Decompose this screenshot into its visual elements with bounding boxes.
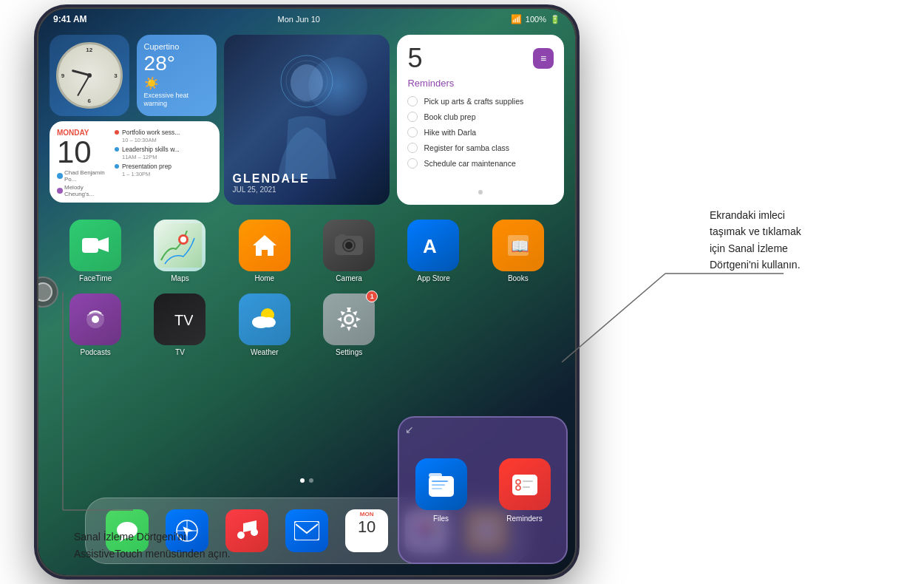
app-appstore-wrapper[interactable]: A App Store (407, 220, 459, 282)
bottom-annotation-text: Sanal İzleme Dörtgeni'niAssistiveTouch m… (74, 531, 231, 559)
reminders-widget[interactable]: 5 ≡ Reminders Pick up arts & crafts supp… (397, 35, 564, 205)
files-trackpad-icon[interactable] (415, 458, 467, 510)
right-annotation: Ekrandaki imlecitaşımak ve tıklamakiçin … (710, 207, 902, 274)
svg-point-25 (346, 316, 352, 322)
reminder-circle-1 (407, 96, 418, 106)
weather-widget[interactable]: Cupertino 28° ☀️ Excessive heat warning (137, 35, 217, 116)
clock-widget[interactable]: 12 3 6 9 (50, 35, 129, 116)
album-subtitle: JUL 25, 2021 (233, 186, 310, 194)
virtual-trackpad[interactable]: ↙ Files Reminders (398, 416, 568, 564)
reminder-text-5: Schedule car maintenance (424, 159, 515, 168)
facetime-icon[interactable] (69, 220, 121, 271)
app-home-wrapper[interactable]: Home (239, 220, 291, 282)
page-dot-1[interactable] (300, 478, 305, 483)
reminders-trackpad-label: Reminders (506, 515, 542, 523)
home-label: Home (254, 274, 274, 282)
wifi-icon: 📶 (511, 14, 522, 24)
books-icon[interactable]: 📖 (492, 220, 544, 271)
album-text: GLENDALE JUL 25, 2021 (233, 172, 310, 194)
page-dots (300, 478, 313, 483)
album-title: GLENDALE (233, 172, 310, 186)
svg-point-7 (180, 237, 186, 242)
settings-badge: 1 (366, 291, 378, 302)
maps-icon[interactable] (154, 220, 205, 271)
reminders-list-icon: ≡ (540, 52, 546, 64)
settings-icon[interactable] (323, 293, 375, 345)
reminder-circle-5 (407, 158, 418, 169)
svg-rect-48 (432, 484, 445, 486)
calendar-day-number: 10 (57, 137, 109, 168)
album-widget[interactable]: GLENDALE JUL 25, 2021 (224, 35, 390, 205)
app-maps-wrapper[interactable]: Maps (154, 220, 205, 282)
clock-center (87, 73, 92, 78)
svg-rect-52 (523, 481, 533, 482)
calendar-dock-icon[interactable]: MON 10 (345, 509, 388, 552)
reminders-title: Reminders (407, 78, 554, 89)
app-weather-wrapper[interactable]: Weather (239, 293, 291, 356)
status-date: Mon Jun 10 (277, 15, 319, 24)
app-camera-wrapper[interactable]: Camera (323, 220, 375, 282)
reminders-count: 5 (407, 45, 422, 72)
dock-calendar[interactable]: MON 10 (345, 509, 388, 552)
dock-mail[interactable] (285, 509, 328, 552)
widgets-row2: MONDAY 10 Chad Benjamin Po... Melody Che… (50, 121, 220, 203)
page-dot-2[interactable] (309, 478, 313, 483)
event-title-2: Leadership skills w... (122, 146, 180, 154)
reminder-item-5: Schedule car maintenance (407, 158, 554, 169)
reminder-item-4: Register for samba class (407, 143, 554, 153)
appletv-icon[interactable]: TV (154, 293, 205, 345)
mail-dock-icon[interactable] (285, 509, 328, 552)
event-dot-3 (115, 164, 119, 169)
calendar-widget[interactable]: MONDAY 10 Chad Benjamin Po... Melody Che… (50, 121, 220, 203)
calendar-event-2: Leadership skills w... 11AM – 12PM (115, 146, 212, 160)
settings-wrapper: 1 (323, 293, 375, 345)
ipad-frame: 9:41 AM Mon Jun 10 📶 100% 🔋 12 3 6 9 (37, 7, 577, 577)
reminder-scroll-indicator (478, 190, 483, 194)
event-title-3: Presentation prep (122, 163, 171, 171)
svg-text:📖: 📖 (511, 237, 529, 255)
app-settings-wrapper[interactable]: 1 Settings (323, 293, 375, 356)
app-podcasts-wrapper[interactable]: Podcasts (69, 293, 121, 356)
podcasts-icon[interactable] (69, 293, 121, 345)
svg-rect-3 (82, 238, 98, 253)
calendar-dock-day: MON (360, 511, 374, 517)
trackpad-files[interactable]: Files (415, 458, 467, 523)
camera-label: Camera (336, 274, 362, 282)
appstore-icon[interactable]: A (407, 220, 459, 271)
event-title-1: Portfolio work sess... (122, 129, 180, 137)
reminders-header: 5 ≡ (407, 45, 554, 72)
battery-text: 100% (526, 15, 546, 24)
app-facetime-wrapper[interactable]: FaceTime (69, 220, 121, 282)
app-books-wrapper[interactable]: 📖 Books (492, 220, 544, 282)
svg-text:TV: TV (174, 312, 193, 328)
reminders-icon: ≡ (533, 48, 554, 69)
svg-rect-23 (256, 319, 274, 327)
calendar-event-1: Portfolio work sess... 10 – 10:30AM (115, 129, 212, 143)
facetime-label: FaceTime (79, 274, 112, 282)
status-bar: 9:41 AM Mon Jun 10 📶 100% 🔋 (38, 9, 575, 30)
svg-point-32 (251, 529, 258, 536)
status-time: 9:41 AM (53, 14, 87, 24)
svg-rect-54 (523, 486, 530, 488)
calendar-left: MONDAY 10 Chad Benjamin Po... Melody Che… (57, 129, 109, 195)
svg-marker-8 (253, 235, 276, 256)
ipad-screen: 9:41 AM Mon Jun 10 📶 100% 🔋 12 3 6 9 (38, 9, 575, 575)
reminders-trackpad-icon[interactable] (499, 458, 551, 510)
reminder-item-3: Hike with Darla (407, 127, 554, 137)
home-icon[interactable] (239, 220, 291, 271)
camera-icon[interactable] (323, 220, 375, 271)
weather-sun-icon: ☀️ (144, 76, 209, 90)
reminder-item-2: Book club prep (407, 112, 554, 122)
weather-icon[interactable] (239, 293, 291, 345)
calendar-event-3: Presentation prep 1 – 1:30PM (115, 163, 212, 177)
svg-rect-33 (294, 521, 319, 540)
weather-desc: Excessive heat warning (144, 92, 209, 109)
right-annotation-text: Ekrandaki imlecitaşımak ve tıklamakiçin … (710, 209, 801, 271)
apps-row2: Podcasts TV TV Weather 1 (50, 293, 564, 356)
calendar-dock-date: 10 (358, 517, 376, 537)
trackpad-reminders[interactable]: Reminders (499, 458, 551, 523)
event-time-3: 1 – 1:30PM (122, 171, 171, 177)
reminder-text-4: Register for samba class (424, 143, 509, 152)
clock-face: 12 3 6 9 (56, 42, 123, 109)
app-appletv-wrapper[interactable]: TV TV (154, 293, 205, 356)
